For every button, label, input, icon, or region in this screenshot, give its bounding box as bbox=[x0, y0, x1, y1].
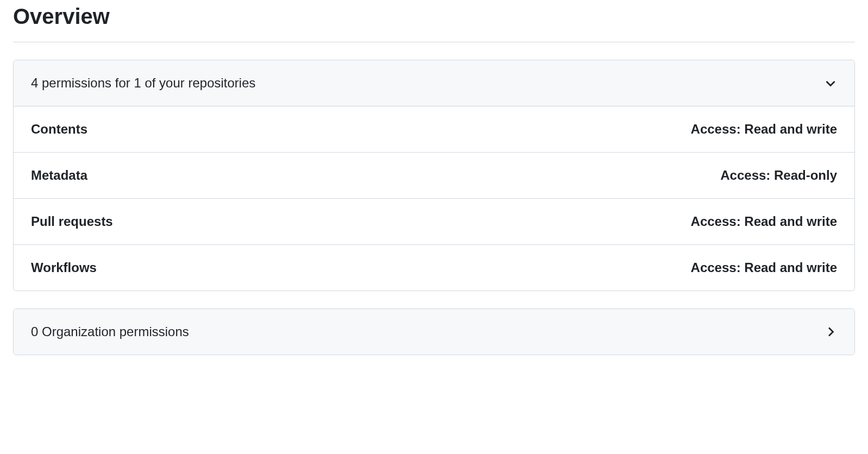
org-permissions-panel: 0 Organization permissions bbox=[13, 308, 855, 355]
permission-row: Workflows Access: Read and write bbox=[14, 245, 854, 291]
page-title: Overview bbox=[13, 0, 855, 42]
org-permissions-header[interactable]: 0 Organization permissions bbox=[14, 309, 854, 355]
repo-permissions-panel: 4 permissions for 1 of your repositories… bbox=[13, 60, 855, 291]
org-permissions-header-text: 0 Organization permissions bbox=[31, 324, 189, 339]
permission-name: Contents bbox=[31, 122, 87, 137]
permission-access: Access: Read-only bbox=[720, 168, 837, 183]
permission-row: Metadata Access: Read-only bbox=[14, 153, 854, 199]
permission-name: Workflows bbox=[31, 260, 97, 275]
repo-permissions-header-text: 4 permissions for 1 of your repositories bbox=[31, 75, 256, 91]
permission-row: Contents Access: Read and write bbox=[14, 106, 854, 153]
chevron-right-icon bbox=[824, 325, 837, 338]
permission-name: Pull requests bbox=[31, 214, 113, 229]
permission-access: Access: Read and write bbox=[691, 214, 837, 229]
repo-permissions-header[interactable]: 4 permissions for 1 of your repositories bbox=[14, 60, 854, 106]
permission-name: Metadata bbox=[31, 168, 87, 183]
permission-row: Pull requests Access: Read and write bbox=[14, 199, 854, 245]
permission-access: Access: Read and write bbox=[691, 122, 837, 137]
permission-access: Access: Read and write bbox=[691, 260, 837, 275]
chevron-down-icon bbox=[824, 77, 837, 90]
